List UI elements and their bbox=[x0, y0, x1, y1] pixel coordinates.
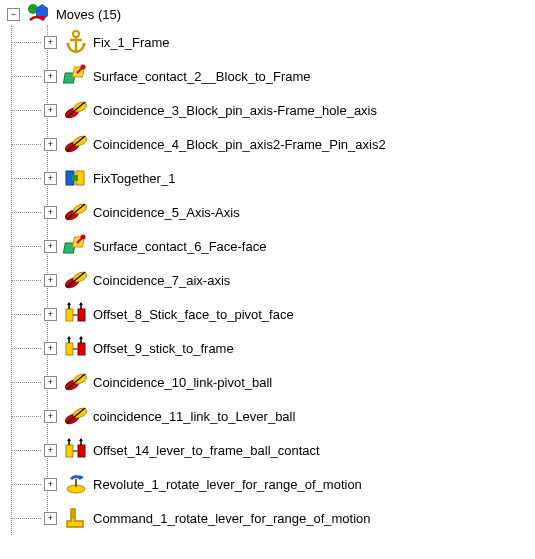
tree-connector bbox=[11, 178, 41, 179]
revolute-icon bbox=[63, 471, 89, 497]
coincidence-icon bbox=[63, 369, 89, 395]
tree-item[interactable]: +Offset_9_stick_to_frame bbox=[44, 331, 535, 365]
tree-item-label: FixTogether_1 bbox=[93, 171, 175, 186]
tree-item[interactable]: +Coincidence_10_link-pivot_ball bbox=[44, 365, 535, 399]
offset-icon bbox=[63, 335, 89, 361]
tree-item[interactable]: +Surface_contact_6_Face-face bbox=[44, 229, 535, 263]
offset-icon bbox=[63, 301, 89, 327]
tree-item[interactable]: +Fix_1_Frame bbox=[44, 25, 535, 59]
expander[interactable]: + bbox=[44, 70, 57, 83]
tree-item-label: Coincidence_3_Block_pin_axis-Frame_hole_… bbox=[93, 103, 377, 118]
anchor-icon bbox=[63, 29, 89, 55]
tree-connector bbox=[11, 212, 41, 213]
expander[interactable]: + bbox=[44, 444, 57, 457]
tree-item-label: Offset_14_lever_to_frame_ball_contact bbox=[93, 443, 320, 458]
tree-connector bbox=[11, 314, 41, 315]
tree-connector bbox=[11, 76, 41, 77]
fixtogether-icon bbox=[63, 165, 89, 191]
tree-item[interactable]: +Coincidence_3_Block_pin_axis-Frame_hole… bbox=[44, 93, 535, 127]
tree-item[interactable]: +Surface_contact_2__Block_to_Frame bbox=[44, 59, 535, 93]
tree-connector bbox=[11, 280, 41, 281]
expander[interactable]: + bbox=[44, 36, 57, 49]
expander[interactable]: + bbox=[44, 342, 57, 355]
tree-item[interactable]: +Command_1_rotate_lever_for_range_of_mot… bbox=[44, 501, 535, 535]
expander[interactable]: + bbox=[44, 172, 57, 185]
tree-connector bbox=[11, 450, 41, 451]
tree-item[interactable]: +Offset_8_Stick_face_to_pivot_face bbox=[44, 297, 535, 331]
surface-icon bbox=[63, 63, 89, 89]
expander[interactable]: + bbox=[44, 376, 57, 389]
tree-item[interactable]: +coincidence_11_link_to_Lever_ball bbox=[44, 399, 535, 433]
tree-connector bbox=[11, 348, 41, 349]
expander[interactable]: + bbox=[44, 206, 57, 219]
expander[interactable]: + bbox=[44, 274, 57, 287]
tree-item-label: Fix_1_Frame bbox=[93, 35, 170, 50]
tree-connector bbox=[11, 246, 41, 247]
expander[interactable]: + bbox=[44, 138, 57, 151]
coincidence-icon bbox=[63, 131, 89, 157]
tree-connector bbox=[11, 382, 41, 383]
constraint-tree[interactable]: − Moves (15) +Fix_1_Frame+Surface_contac… bbox=[0, 0, 535, 535]
tree-item[interactable]: +Coincidence_4_Block_pin_axis2-Frame_Pin… bbox=[44, 127, 535, 161]
tree-connector bbox=[11, 518, 41, 519]
expander[interactable]: + bbox=[44, 104, 57, 117]
expander[interactable]: + bbox=[44, 308, 57, 321]
tree-connector bbox=[11, 416, 41, 417]
tree-item-label: Coincidence_7_aix-axis bbox=[93, 273, 230, 288]
tree-connector bbox=[11, 144, 41, 145]
tree-item-label: Offset_9_stick_to_frame bbox=[93, 341, 234, 356]
expander[interactable]: + bbox=[44, 410, 57, 423]
expander-root[interactable]: − bbox=[7, 8, 20, 21]
coincidence-icon bbox=[63, 403, 89, 429]
tree-item[interactable]: +Coincidence_5_Axis-Axis bbox=[44, 195, 535, 229]
tree-item-label: Surface_contact_6_Face-face bbox=[93, 239, 266, 254]
coincidence-icon bbox=[63, 267, 89, 293]
tree-item-label: Coincidence_5_Axis-Axis bbox=[93, 205, 240, 220]
surface-icon bbox=[63, 233, 89, 259]
tree-item[interactable]: +Offset_14_lever_to_frame_ball_contact bbox=[44, 433, 535, 467]
root-label: Moves (15) bbox=[56, 7, 121, 22]
tree-item[interactable]: +Coincidence_7_aix-axis bbox=[44, 263, 535, 297]
tree-item[interactable]: +FixTogether_1 bbox=[44, 161, 535, 195]
tree-connector bbox=[11, 110, 41, 111]
tree-connector bbox=[11, 484, 41, 485]
coincidence-icon bbox=[63, 199, 89, 225]
expander[interactable]: + bbox=[44, 512, 57, 525]
offset-icon bbox=[63, 437, 89, 463]
expander[interactable]: + bbox=[44, 240, 57, 253]
tree-item-label: Command_1_rotate_lever_for_range_of_moti… bbox=[93, 511, 371, 526]
tree-item-label: Surface_contact_2__Block_to_Frame bbox=[93, 69, 311, 84]
tree-item-label: Revolute_1_rotate_lever_for_range_of_mot… bbox=[93, 477, 362, 492]
tree-item-label: Coincidence_10_link-pivot_ball bbox=[93, 375, 272, 390]
coincidence-icon bbox=[63, 97, 89, 123]
moves-icon bbox=[26, 1, 52, 27]
tree-item-label: Coincidence_4_Block_pin_axis2-Frame_Pin_… bbox=[93, 137, 386, 152]
tree-item[interactable]: +Revolute_1_rotate_lever_for_range_of_mo… bbox=[44, 467, 535, 501]
tree-children: +Fix_1_Frame+Surface_contact_2__Block_to… bbox=[0, 25, 535, 535]
expander[interactable]: + bbox=[44, 478, 57, 491]
tree-item-label: coincidence_11_link_to_Lever_ball bbox=[93, 409, 295, 424]
tree-connector bbox=[11, 42, 41, 43]
command-icon bbox=[63, 505, 89, 531]
tree-item-label: Offset_8_Stick_face_to_pivot_face bbox=[93, 307, 294, 322]
tree-root-row[interactable]: − Moves (15) bbox=[0, 3, 535, 25]
